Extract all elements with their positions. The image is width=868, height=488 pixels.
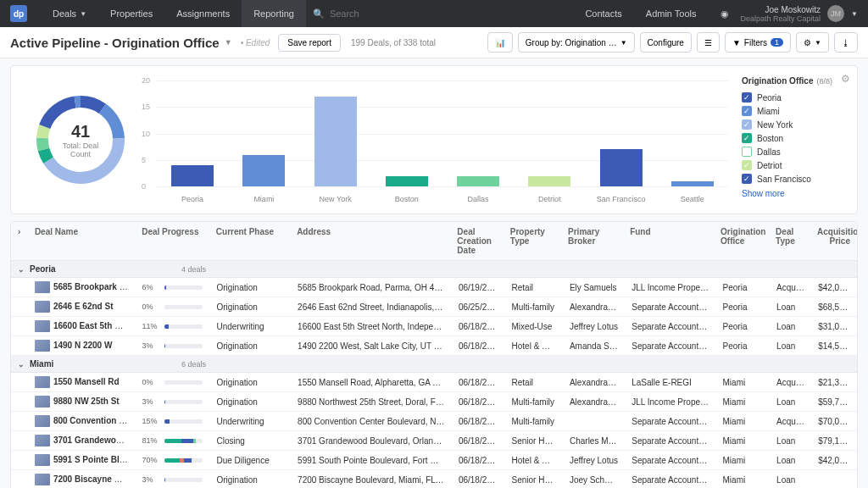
deal-name: 800 Convention Center Blvd: [53, 416, 136, 425]
table-header: › Deal Name Deal Progress Current Phase …: [11, 222, 857, 261]
column-header[interactable]: Address: [290, 222, 450, 260]
table-row[interactable]: 1490 N 2200 W 3% Origination 1490 2200 W…: [11, 336, 857, 356]
dealtype-cell: Loan: [770, 433, 811, 449]
price-cell: $42,000,000: [811, 452, 857, 469]
table-row[interactable]: 7200 Biscayne Blvd 3% Origination 7200 B…: [11, 470, 857, 488]
bar-label: Seattle: [659, 195, 726, 203]
legend-item-new-york[interactable]: ✓New York: [742, 118, 847, 131]
dealtype-cell: Loan: [770, 299, 811, 315]
type-cell: Hotel & Motel: [505, 338, 563, 354]
table-row[interactable]: 3701 Grandewood Blvd 81% Closing 3701 Gr…: [11, 431, 857, 451]
column-header[interactable]: Deal Creation Date: [450, 222, 503, 260]
logo[interactable]: dp: [10, 5, 27, 22]
progress-bar: [164, 400, 203, 404]
search-input[interactable]: [330, 8, 447, 19]
deal-name: 9880 NW 25th St: [53, 396, 120, 406]
deal-name: 16600 East 5th St. North: [53, 321, 136, 330]
user-menu[interactable]: Joe Moskowitz Dealpath Realty Capital JM…: [741, 5, 858, 23]
column-header[interactable]: Deal Type: [769, 222, 810, 260]
legend-item-dallas[interactable]: Dallas: [742, 145, 847, 158]
chevron-down-icon: ▼: [620, 39, 627, 47]
filters-button[interactable]: ▼Filters1: [725, 32, 791, 53]
bar-san-francisco[interactable]: [600, 149, 643, 186]
bar-dallas[interactable]: [457, 176, 499, 187]
table-row[interactable]: 2646 E 62nd St 0% Origination 2646 East …: [11, 297, 857, 317]
legend-item-peoria[interactable]: ✓Peoria: [742, 91, 847, 104]
expand-column[interactable]: ›: [11, 222, 28, 260]
column-header[interactable]: Deal Progress: [135, 222, 209, 260]
table-row[interactable]: 5685 Brookpark Rd 6% Origination 5685 Br…: [11, 278, 857, 297]
fund-cell: Separate Accounts Pacific: [625, 338, 715, 354]
property-thumbnail: [35, 376, 50, 388]
admin-tools-link[interactable]: Admin Tools: [634, 0, 709, 27]
nav-deals[interactable]: Deals▼: [41, 0, 98, 27]
table-row[interactable]: 5991 S Pointe Blvd 70% Due Diligence 599…: [11, 451, 857, 470]
table-row[interactable]: 16600 East 5th St. North 11% Underwritin…: [11, 317, 857, 336]
chevron-down-icon[interactable]: ▼: [225, 38, 232, 47]
legend-item-boston[interactable]: ✓Boston: [742, 131, 847, 145]
checkbox-icon: ✓: [742, 174, 752, 184]
user-company: Dealpath Realty Capital: [741, 14, 821, 23]
nav-properties[interactable]: Properties: [98, 0, 164, 27]
group-by-button[interactable]: Group by: Origination …▼: [518, 32, 635, 53]
save-report-button[interactable]: Save report: [278, 34, 341, 52]
bar-miami[interactable]: [242, 155, 285, 187]
list-view-button[interactable]: ☰: [697, 32, 720, 53]
date-cell: 06/18/2019: [452, 452, 505, 469]
notifications-icon[interactable]: ◉: [709, 0, 741, 27]
nav-assignments[interactable]: Assignments: [164, 0, 242, 27]
avatar[interactable]: JM: [827, 5, 844, 22]
bar-boston[interactable]: [386, 176, 428, 187]
bar-new-york[interactable]: [314, 97, 357, 186]
table-row[interactable]: 800 Convention Center Blvd 15% Underwrit…: [11, 412, 857, 431]
date-cell: 06/18/2019: [452, 338, 505, 354]
filter-icon: ▼: [732, 38, 741, 47]
legend-label: San Francisco: [757, 175, 811, 184]
chart-toggle-button[interactable]: 📊: [487, 32, 513, 53]
group-row-peoria[interactable]: ⌄Peoria4 deals: [11, 261, 857, 278]
column-header[interactable]: Current Phase: [209, 222, 290, 260]
office-cell: Miami: [716, 433, 771, 449]
column-header[interactable]: Deal Name: [28, 222, 135, 260]
office-cell: Peoria: [716, 319, 771, 335]
chevron-down-icon: ▼: [851, 10, 858, 18]
progress-bar: [164, 324, 203, 329]
bar-seattle[interactable]: [671, 181, 714, 186]
legend-item-san-francisco[interactable]: ✓San Francisco: [742, 172, 847, 186]
group-row-miami[interactable]: ⌄Miami6 deals: [11, 356, 857, 373]
progress-bar: [164, 478, 203, 482]
download-button[interactable]: ⭳: [834, 32, 858, 53]
column-header[interactable]: Primary Broker: [561, 222, 623, 260]
table-row[interactable]: 1550 Mansell Rd 0% Origination 1550 Mans…: [11, 373, 857, 392]
broker-cell: [563, 418, 625, 424]
legend-label: Dallas: [757, 147, 781, 157]
property-thumbnail: [35, 415, 50, 427]
search-icon: 🔍: [313, 8, 325, 19]
date-cell: 06/18/2019: [452, 472, 505, 488]
show-more-link[interactable]: Show more: [742, 189, 847, 198]
legend-item-miami[interactable]: ✓Miami: [742, 104, 847, 118]
settings-button[interactable]: ⚙▼: [796, 32, 829, 53]
column-header[interactable]: Property Type: [504, 222, 561, 260]
legend-item-detriot[interactable]: ✓Detriot: [742, 158, 847, 172]
global-search[interactable]: 🔍: [313, 8, 447, 19]
type-cell: Senior Housing: [505, 472, 563, 488]
bar-detriot[interactable]: [528, 176, 570, 187]
date-cell: 06/18/2019: [452, 394, 505, 410]
column-header[interactable]: Acquisition Price: [810, 222, 857, 260]
configure-button[interactable]: Configure: [640, 32, 692, 53]
column-header[interactable]: Origination Office: [714, 222, 769, 260]
phase-cell: Origination: [209, 374, 291, 391]
contacts-link[interactable]: Contacts: [573, 0, 633, 27]
bar-label: New York: [302, 195, 370, 203]
checkbox-icon: ✓: [742, 133, 752, 143]
column-header[interactable]: Fund: [623, 222, 714, 260]
chart-settings-icon[interactable]: ⚙: [841, 73, 850, 85]
nav-reporting[interactable]: Reporting: [242, 0, 306, 27]
phase-cell: Origination: [209, 280, 291, 296]
broker-cell: Alexandra Strauss: [563, 394, 625, 410]
table-row[interactable]: 9880 NW 25th St 3% Origination 9880 Nort…: [11, 392, 857, 412]
bar-label: Miami: [230, 195, 298, 203]
bar-peoria[interactable]: [171, 165, 214, 186]
bar-chart: 05101520 PeoriaMiamiNew YorkBostonDallas…: [140, 76, 728, 203]
